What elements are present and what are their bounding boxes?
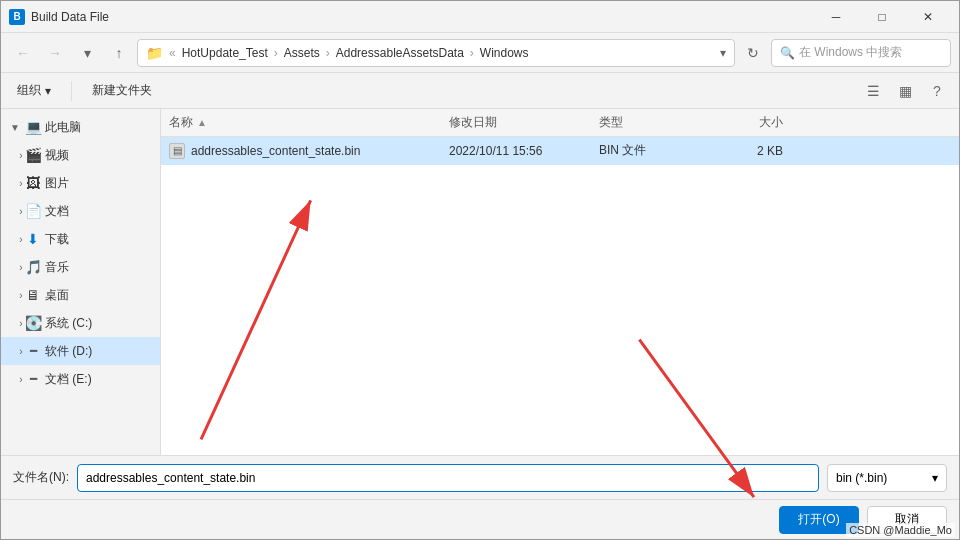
sidebar-item-thispc[interactable]: ▼ 💻 此电脑 [1, 113, 160, 141]
sidebar-icon-sysdrive: 💽 [25, 315, 41, 331]
address-bar: ← → ▾ ↑ 📁 « HotUpdate_Test › Assets › Ad… [1, 33, 959, 73]
sidebar-item-desktop[interactable]: › 🖥 桌面 [1, 281, 160, 309]
search-icon: 🔍 [780, 46, 795, 60]
sidebar-label-document: 文档 [45, 203, 69, 220]
view-list-button[interactable]: ☰ [859, 77, 887, 105]
filename-input[interactable] [77, 464, 819, 492]
sidebar-label-ddrive: 软件 (D:) [45, 343, 92, 360]
maximize-button[interactable]: □ [859, 1, 905, 33]
file-name: addressables_content_state.bin [191, 144, 360, 158]
file-cell-date: 2022/10/11 15:56 [441, 144, 591, 158]
sidebar-label-edrive: 文档 (E:) [45, 371, 92, 388]
toolbar-separator [71, 81, 72, 101]
sidebar-icon-thispc: 💻 [25, 119, 41, 135]
forward-button[interactable]: → [41, 39, 69, 67]
path-folder-icon: 📁 [146, 45, 163, 61]
sidebar-icon-video: 🎬 [25, 147, 41, 163]
table-row[interactable]: ▤ addressables_content_state.bin 2022/10… [161, 137, 959, 165]
sort-arrow-icon: ▲ [197, 117, 207, 128]
expand-icon-sysdrive: › [9, 318, 21, 329]
search-placeholder: 在 Windows 中搜索 [799, 44, 902, 61]
search-box[interactable]: 🔍 在 Windows 中搜索 [771, 39, 951, 67]
back-button[interactable]: ← [9, 39, 37, 67]
sidebar-label-video: 视频 [45, 147, 69, 164]
up-button[interactable]: ↑ [105, 39, 133, 67]
file-cell-size: 2 KB [711, 144, 791, 158]
toolbar: 组织 ▾ 新建文件夹 ☰ ▦ ? [1, 73, 959, 109]
sidebar-icon-picture: 🖼 [25, 175, 41, 191]
toolbar-right: ☰ ▦ ? [859, 77, 951, 105]
sidebar-item-document[interactable]: › 📄 文档 [1, 197, 160, 225]
sidebar-label-picture: 图片 [45, 175, 69, 192]
file-area: 名称 ▲ 修改日期 类型 大小 ▤ addressables_content_s… [161, 109, 959, 455]
file-cell-type: BIN 文件 [591, 142, 711, 159]
sidebar-icon-document: 📄 [25, 203, 41, 219]
refresh-button[interactable]: ↻ [739, 39, 767, 67]
expand-icon-download: › [9, 234, 21, 245]
path-sep-1: › [274, 46, 278, 60]
sidebar-item-sysdrive[interactable]: › 💽 系统 (C:) [1, 309, 160, 337]
path-sep-0: « [169, 46, 176, 60]
expand-icon-music: › [9, 262, 21, 273]
col-header-type[interactable]: 类型 [591, 114, 711, 131]
new-folder-button[interactable]: 新建文件夹 [84, 77, 160, 105]
sidebar-label-thispc: 此电脑 [45, 119, 81, 136]
dropdown-button[interactable]: ▾ [73, 39, 101, 67]
close-button[interactable]: ✕ [905, 1, 951, 33]
sidebar-icon-desktop: 🖥 [25, 287, 41, 303]
file-header: 名称 ▲ 修改日期 类型 大小 [161, 109, 959, 137]
file-list: ▤ addressables_content_state.bin 2022/10… [161, 137, 959, 455]
filetype-select[interactable]: bin (*.bin) ▾ [827, 464, 947, 492]
path-item-1: Assets [284, 46, 320, 60]
col-header-size[interactable]: 大小 [711, 114, 791, 131]
expand-icon-ddrive: › [9, 346, 21, 357]
title-bar-text: Build Data File [31, 10, 813, 24]
sidebar-icon-ddrive: ━ [25, 343, 41, 359]
sidebar-icon-music: 🎵 [25, 259, 41, 275]
sidebar-item-ddrive[interactable]: › ━ 软件 (D:) [1, 337, 160, 365]
expand-icon-edrive: › [9, 374, 21, 385]
organize-button[interactable]: 组织 ▾ [9, 77, 59, 105]
expand-icon-thispc: ▼ [9, 122, 21, 133]
address-path[interactable]: 📁 « HotUpdate_Test › Assets › Addressabl… [137, 39, 735, 67]
sidebar-icon-download: ⬇ [25, 231, 41, 247]
organize-label: 组织 [17, 82, 41, 99]
col-header-name[interactable]: 名称 ▲ [161, 114, 441, 131]
sidebar-item-video[interactable]: › 🎬 视频 [1, 141, 160, 169]
path-sep-2: › [326, 46, 330, 60]
filetype-dropdown-icon: ▾ [932, 471, 938, 485]
action-bar: 打开(O) 取消 [1, 499, 959, 539]
expand-icon-video: › [9, 150, 21, 161]
path-item-3: Windows [480, 46, 529, 60]
view-layout-button[interactable]: ▦ [891, 77, 919, 105]
app-icon: B [9, 9, 25, 25]
sidebar: ▼ 💻 此电脑 › 🎬 视频 › 🖼 图片 › 📄 文档 › ⬇ [1, 109, 161, 455]
sidebar-label-music: 音乐 [45, 259, 69, 276]
title-bar-controls: ─ □ ✕ [813, 1, 951, 33]
help-button[interactable]: ? [923, 77, 951, 105]
sidebar-item-edrive[interactable]: › ━ 文档 (E:) [1, 365, 160, 393]
main-content: ▼ 💻 此电脑 › 🎬 视频 › 🖼 图片 › 📄 文档 › ⬇ [1, 109, 959, 455]
sidebar-item-music[interactable]: › 🎵 音乐 [1, 253, 160, 281]
expand-icon-document: › [9, 206, 21, 217]
expand-icon-picture: › [9, 178, 21, 189]
title-bar: B Build Data File ─ □ ✕ [1, 1, 959, 33]
minimize-button[interactable]: ─ [813, 1, 859, 33]
filetype-value: bin (*.bin) [836, 471, 887, 485]
col-header-date[interactable]: 修改日期 [441, 114, 591, 131]
path-item-0: HotUpdate_Test [182, 46, 268, 60]
expand-icon-desktop: › [9, 290, 21, 301]
file-dialog-window: B Build Data File ─ □ ✕ ← → ▾ ↑ 📁 « HotU… [0, 0, 960, 540]
bottom-bar: 文件名(N): bin (*.bin) ▾ [1, 455, 959, 499]
filename-label: 文件名(N): [13, 469, 69, 486]
sidebar-icon-edrive: ━ [25, 371, 41, 387]
sidebar-label-download: 下载 [45, 231, 69, 248]
path-item-2: AddressableAssetsData [336, 46, 464, 60]
sidebar-item-download[interactable]: › ⬇ 下载 [1, 225, 160, 253]
path-dropdown-icon[interactable]: ▾ [720, 46, 726, 60]
watermark: CSDN @Maddie_Mo [846, 523, 955, 537]
sidebar-label-sysdrive: 系统 (C:) [45, 315, 92, 332]
sidebar-label-desktop: 桌面 [45, 287, 69, 304]
sidebar-item-picture[interactable]: › 🖼 图片 [1, 169, 160, 197]
organize-dropdown-icon: ▾ [45, 84, 51, 98]
